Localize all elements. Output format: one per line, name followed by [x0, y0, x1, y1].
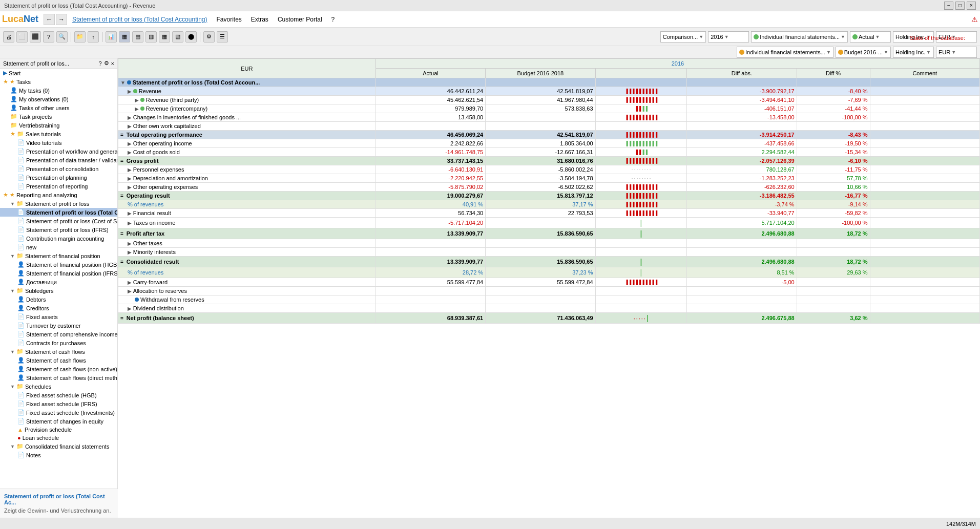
sidebar-item[interactable]: 📄Contracts for purchases: [0, 338, 117, 347]
expand-button[interactable]: ▶: [128, 141, 133, 146]
sidebar-item[interactable]: ★📁Sales tutorials: [0, 130, 117, 138]
maximize-button[interactable]: □: [955, 2, 965, 10]
expand-button[interactable]: ▶: [128, 89, 133, 94]
collapse-button[interactable]: ▼: [120, 80, 127, 86]
upload-icon[interactable]: ↑: [88, 31, 99, 43]
sidebar-item[interactable]: 👤Creditors: [0, 304, 117, 312]
expand-button[interactable]: ▶: [128, 288, 133, 294]
sidebar-item[interactable]: 👤Statement of cash flows (direct method): [0, 373, 117, 382]
table-row[interactable]: = Net profit (balance sheet)68.939.387,6…: [118, 313, 980, 324]
table-row[interactable]: ▶ Financial result56.734,3022.793,53▐▐▐▐…: [118, 209, 980, 218]
table5-icon[interactable]: ▧: [172, 31, 183, 43]
table-row[interactable]: ▶ Revenue (third party)45.462.621,5441.9…: [118, 96, 980, 104]
table-row[interactable]: = Profit after tax13.339.909,7715.836.59…: [118, 228, 980, 239]
sidebar-settings-icon[interactable]: ⚙: [104, 60, 109, 67]
table-row[interactable]: ▼ Statement of profit or loss (Total Cos…: [118, 78, 980, 87]
active-tab[interactable]: Statement of profit or loss (Total Cost …: [68, 14, 211, 25]
table-row[interactable]: ▶ Depreciation and amortization-2.220.94…: [118, 174, 980, 183]
expand-button[interactable]: ▶: [128, 123, 133, 129]
sidebar-item[interactable]: 📄Fixed asset schedule (IFRS): [0, 399, 117, 408]
sidebar-item[interactable]: ★★Tasks: [0, 77, 117, 86]
sidebar-close-icon[interactable]: ×: [111, 60, 114, 67]
open-icon[interactable]: 📁: [74, 31, 86, 43]
table-row[interactable]: ▶ Carry-forward55.599.477,8455.599.472,8…: [118, 278, 980, 287]
sidebar-item[interactable]: 📄Statement of profit or loss (IFRS): [0, 225, 117, 234]
menu-customer-portal[interactable]: Customer Portal: [274, 14, 326, 25]
table-row[interactable]: = Operating result19.000.279,6715.813.79…: [118, 192, 980, 200]
table-row[interactable]: ▶ Other operating income2.242.822,661.80…: [118, 139, 980, 148]
settings-icon[interactable]: ⚙: [203, 31, 215, 43]
sidebar-item[interactable]: ▼📁Consolidated financial statements: [0, 442, 117, 451]
sidebar-item[interactable]: ▼📁Statement of financial position: [0, 251, 117, 260]
sidebar-item[interactable]: 📁Vertriebstraining: [0, 121, 117, 130]
sidebar-item[interactable]: 👤Statement of cash flows (non-active): [0, 365, 117, 373]
sidebar-item[interactable]: 📄Fixed asset schedule (HGB): [0, 391, 117, 399]
sidebar-item[interactable]: 👤My tasks (0): [0, 86, 117, 95]
expand-button[interactable]: ▶: [128, 220, 133, 226]
table-row[interactable]: ▶ Other taxes: [118, 239, 980, 248]
sidebar-item[interactable]: ▼📁Statement of profit or loss: [0, 199, 117, 208]
expand-button[interactable]: ▶: [128, 306, 133, 311]
sidebar-item[interactable]: 📄Statement of changes in equity: [0, 417, 117, 426]
holding-inc2-dropdown[interactable]: Holding Inc. ▼: [893, 47, 934, 58]
expand-button[interactable]: ▶: [128, 280, 133, 285]
menu-icon[interactable]: ☰: [217, 31, 228, 43]
sidebar-item[interactable]: 👤Tasks of other users: [0, 103, 117, 112]
expand-button[interactable]: ▶: [128, 176, 133, 181]
sidebar-item[interactable]: 📄Statement of profit or loss (Cost of Sa…: [0, 217, 117, 225]
menu-favorites[interactable]: Favorites: [213, 14, 246, 25]
print-icon[interactable]: 🖨: [3, 31, 14, 43]
sidebar-item[interactable]: 👤Debtors: [0, 295, 117, 304]
back-button[interactable]: ←: [44, 14, 55, 25]
table-row[interactable]: ▶ Other operating expenses-5.875.790,02-…: [118, 183, 980, 192]
menu-extras[interactable]: Extras: [247, 14, 273, 25]
table-row[interactable]: ▶ Revenue46.442.611,2442.541.819,07▐▐▐▐▐…: [118, 87, 980, 96]
sidebar-item[interactable]: ▼📁Schedules: [0, 382, 117, 391]
table1-icon[interactable]: ▦: [119, 31, 130, 43]
table3-icon[interactable]: ▥: [145, 31, 157, 43]
sidebar-item[interactable]: 👤Доставчици: [0, 278, 117, 286]
sidebar-item[interactable]: 📄Contribution margin accounting: [0, 234, 117, 243]
sidebar-item[interactable]: 📄Statement of comprehensive income: [0, 330, 117, 338]
table-row[interactable]: ▶ Cost of goods sold-14.961.748,75-12.66…: [118, 148, 980, 157]
sidebar-item[interactable]: 📄Fixed assets: [0, 312, 117, 321]
budget-dropdown[interactable]: Budget 2016-... ▼: [836, 47, 891, 58]
sidebar-item[interactable]: 👤Statement of cash flows: [0, 356, 117, 365]
comparison-dropdown[interactable]: Comparison... ▼: [660, 31, 706, 43]
close-button[interactable]: ×: [967, 2, 976, 10]
sidebar-item[interactable]: 📁Task projects: [0, 112, 117, 121]
sidebar-item[interactable]: 📄Notes: [0, 451, 117, 459]
sidebar-help-icon[interactable]: ?: [98, 60, 101, 67]
sidebar-item[interactable]: ▶Start: [0, 69, 117, 77]
table-row[interactable]: ▶ Taxes on income-5.717.104,20|5.717.104…: [118, 218, 980, 228]
view2-icon[interactable]: ⬛: [30, 31, 41, 43]
financial-stmt2-dropdown[interactable]: Individual financial statements... ▼: [737, 47, 833, 58]
table4-icon[interactable]: ▦: [159, 31, 170, 43]
table-row[interactable]: = Gross profit33.737.143,1531.680.016,76…: [118, 157, 980, 165]
table-row[interactable]: ▶ Minority interests: [118, 248, 980, 257]
sidebar-item[interactable]: 📄Presentation of workflow and general h.…: [0, 147, 117, 156]
expand-button[interactable]: ▶: [128, 184, 133, 190]
menu-help[interactable]: ?: [327, 14, 339, 25]
table-row[interactable]: ▶ Revenue (intercompany)979.989,70573.83…: [118, 104, 980, 113]
table-row[interactable]: ▶ Personnel expenses-6.640.130,91-5.860.…: [118, 165, 980, 174]
expand-button[interactable]: ▶: [135, 97, 140, 103]
year-dropdown[interactable]: 2016 ▼: [708, 31, 749, 43]
chart-icon[interactable]: 📊: [106, 31, 117, 43]
forward-button[interactable]: →: [56, 14, 67, 25]
search-icon[interactable]: 🔍: [56, 31, 68, 43]
sidebar-item[interactable]: ▼📁Subledgers: [0, 286, 117, 295]
sidebar-item[interactable]: 📄Presentation of consolidation: [0, 164, 117, 173]
sidebar-item[interactable]: ▼📁Statement of cash flows: [0, 347, 117, 356]
view-icon[interactable]: ⬜: [16, 31, 28, 43]
expand-button[interactable]: ▶: [128, 249, 133, 255]
table6-icon[interactable]: ⬤: [185, 31, 197, 43]
table-row[interactable]: ▶ Changes in inventories of finished goo…: [118, 113, 980, 122]
financial-stmt-dropdown[interactable]: Individual financial statements... ▼: [751, 31, 848, 43]
sidebar-item[interactable]: ▲Provision schedule: [0, 426, 117, 434]
sidebar-item[interactable]: ●Loan schedule: [0, 434, 117, 442]
expand-button[interactable]: ▶: [128, 150, 133, 155]
table-row[interactable]: % of revenues28,72 %37,23 %|8,51 %29,63 …: [118, 267, 980, 278]
table2-icon[interactable]: ▤: [132, 31, 143, 43]
expand-button[interactable]: ▶: [128, 210, 133, 216]
